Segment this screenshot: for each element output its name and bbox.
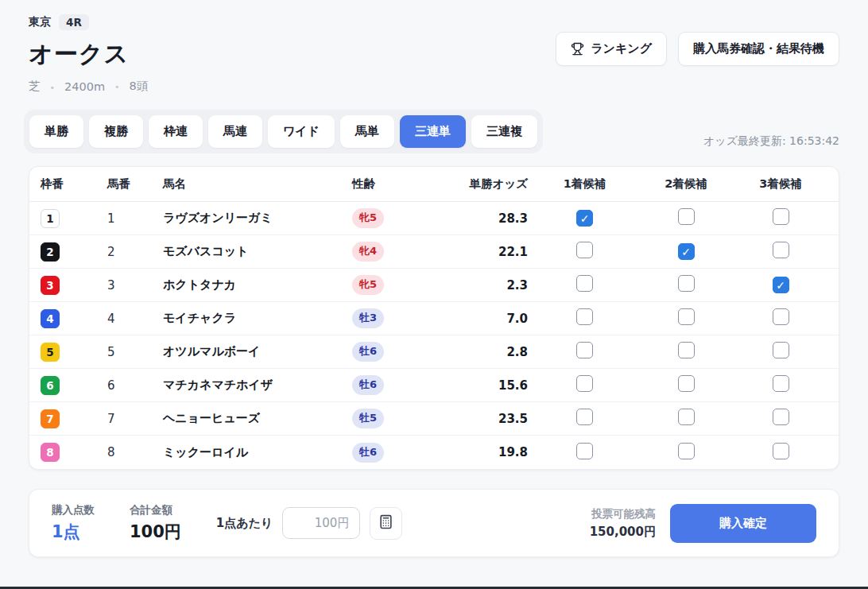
tab-umatan[interactable]: 馬単 (340, 115, 394, 148)
horse-name: マチカネマチホイザ (163, 378, 352, 393)
tab-wakuren[interactable]: 枠連 (149, 115, 203, 148)
col-pick1: 1着候補 (531, 167, 638, 201)
pick2-checkbox[interactable] (678, 308, 695, 325)
col-number: 馬番 (107, 167, 163, 201)
pick1-checkbox[interactable] (576, 275, 593, 292)
table-row: 33ホクトタナカ牝52.3 (29, 269, 839, 302)
pick1-cell (531, 375, 638, 395)
pick3-cell (734, 409, 827, 428)
pick1-checkbox[interactable] (576, 242, 593, 258)
win-odds-value: 28.3 (444, 211, 531, 226)
pick2-checkbox[interactable] (678, 208, 695, 225)
tab-wide[interactable]: ワイド (268, 115, 335, 148)
table-header-row: 枠番 馬番 馬名 性齢 単勝オッズ 1着候補 2着候補 3着候補 (29, 167, 839, 202)
pick3-cell (734, 375, 827, 395)
pick3-checkbox[interactable] (773, 443, 789, 459)
table-body: 11ラヴズオンリーガミ牝528.322モズバスコット牝422.133ホクトタナカ… (29, 202, 839, 469)
sex-age-badge: 牡3 (352, 308, 384, 328)
balance-label: 投票可能残高 (590, 507, 656, 521)
table-row: 22モズバスコット牝422.1 (29, 235, 839, 269)
balance-value: 150,000円 (590, 525, 656, 540)
pick3-checkbox[interactable] (773, 277, 789, 293)
frame-cell: 2 (41, 242, 107, 262)
ranking-button[interactable]: ランキング (556, 32, 667, 66)
points-label: 購入点数 (52, 503, 95, 517)
purchase-bar: 購入点数 1点 合計金額 100円 1点あたり 投票可能残高 150,000円 … (29, 489, 839, 557)
pick2-cell (638, 443, 734, 463)
horse-name: ラヴズオンリーガミ (163, 211, 352, 226)
pick2-cell (638, 375, 734, 395)
pick2-cell (638, 342, 734, 362)
tab-umaren[interactable]: 馬連 (208, 115, 262, 148)
sex-age-cell: 牡6 (352, 375, 444, 395)
pick3-checkbox[interactable] (773, 308, 789, 325)
pick3-checkbox[interactable] (773, 409, 789, 425)
pick3-checkbox[interactable] (773, 208, 789, 225)
col-pick3: 3着候補 (734, 167, 827, 201)
sex-age-badge: 牝5 (352, 208, 384, 228)
pick1-cell (531, 275, 638, 295)
pick2-checkbox[interactable] (678, 443, 695, 459)
sex-age-cell: 牡6 (352, 342, 444, 362)
tab-sanrentan[interactable]: 三連単 (400, 115, 466, 148)
pick1-cell (531, 242, 638, 262)
pick1-checkbox[interactable] (576, 409, 593, 425)
pick2-cell (638, 275, 734, 295)
pick2-cell (638, 409, 734, 428)
pick1-cell (531, 342, 638, 362)
sex-age-cell: 牝4 (352, 242, 444, 262)
col-name: 馬名 (163, 167, 352, 201)
purchased-tickets-button[interactable]: 購入馬券確認・結果待機 (678, 32, 839, 66)
pick1-checkbox[interactable] (576, 210, 593, 227)
per-point-input[interactable] (282, 507, 360, 539)
tab-sanrenpuku[interactable]: 三連複 (471, 115, 537, 148)
pick1-checkbox[interactable] (576, 375, 593, 392)
col-sexage: 性齢 (352, 167, 444, 201)
pick2-checkbox[interactable] (678, 342, 695, 358)
pick1-checkbox[interactable] (576, 342, 593, 358)
race-meta-item: 2400m (41, 80, 106, 93)
calculator-button[interactable] (370, 507, 402, 540)
tab-fukusho[interactable]: 複勝 (89, 115, 143, 148)
win-odds-value: 22.1 (444, 245, 531, 259)
pick2-cell (638, 308, 734, 328)
horse-number: 5 (107, 345, 163, 359)
pick3-checkbox[interactable] (773, 242, 789, 258)
pick2-checkbox[interactable] (678, 409, 695, 425)
tabs-row: 単勝複勝枠連馬連ワイド馬単三連単三連複 オッズ最終更新: 16:53:42 (24, 110, 839, 153)
pick2-cell (638, 243, 734, 260)
table-row: 88ミックーロイル牡619.8 (29, 436, 839, 469)
race-meta: 芝2400m8頭 (29, 79, 148, 94)
col-frame: 枠番 (41, 167, 107, 201)
horse-number: 3 (107, 278, 163, 293)
tab-tansho[interactable]: 単勝 (29, 115, 83, 148)
sex-age-cell: 牝5 (352, 275, 444, 295)
pick2-checkbox[interactable] (678, 275, 695, 292)
pick2-checkbox[interactable] (678, 375, 695, 392)
race-info: 東京 4R オークス 芝2400m8頭 (29, 14, 148, 94)
points-stat: 購入点数 1点 (52, 503, 95, 543)
frame-number-badge: 6 (41, 376, 60, 395)
pick3-checkbox[interactable] (773, 375, 789, 392)
horse-number: 8 (107, 445, 163, 459)
col-pick2: 2着候補 (638, 167, 734, 201)
pick1-checkbox[interactable] (576, 443, 593, 459)
sex-age-badge: 牡6 (352, 443, 384, 463)
frame-number-badge: 5 (41, 343, 60, 362)
sex-age-cell: 牡6 (352, 443, 444, 463)
balance-block: 投票可能残高 150,000円 (590, 507, 656, 540)
horse-name: オツルマルボーイ (163, 344, 352, 359)
horse-number: 2 (107, 245, 163, 259)
pick3-checkbox[interactable] (773, 342, 789, 358)
horse-number: 6 (107, 378, 163, 393)
sex-age-badge: 牡5 (352, 409, 384, 428)
pick1-checkbox[interactable] (576, 308, 593, 325)
sex-age-badge: 牡6 (352, 375, 384, 395)
confirm-purchase-button[interactable]: 購入確定 (670, 504, 816, 543)
total-stat: 合計金額 100円 (130, 503, 181, 543)
table-row: 44モイチャクラ牡37.0 (29, 302, 839, 335)
pick2-checkbox[interactable] (678, 243, 695, 260)
per-point-group: 1点あたり (216, 507, 403, 540)
frame-cell: 5 (41, 343, 107, 362)
horse-number: 4 (107, 312, 163, 326)
